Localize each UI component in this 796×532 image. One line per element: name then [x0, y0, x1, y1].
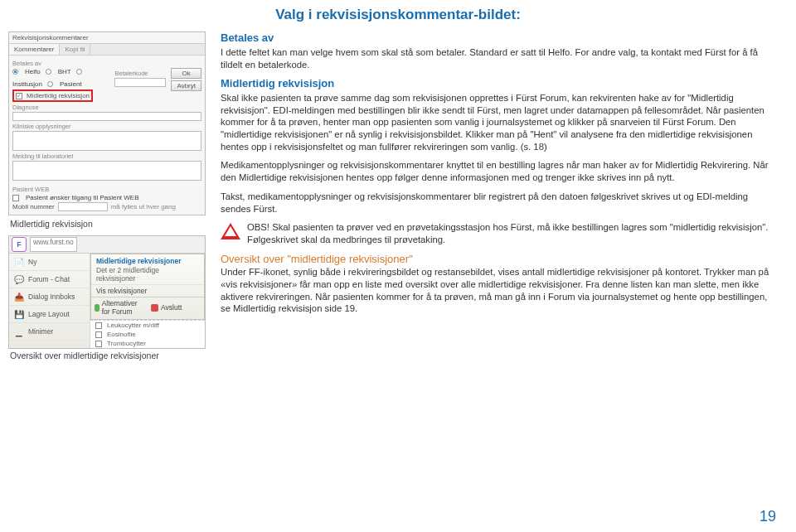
heading-betales-av: Betales av [221, 31, 771, 46]
page-title: Valg i rekvisisjonskommentar-bildet: [0, 0, 796, 23]
screenshot-rekvisisjonskommentar: Rekvisisjonskommentarer Kommentarer Kopi… [8, 31, 206, 215]
menu-item-label: Dialog Innboks [28, 293, 75, 301]
ok-button[interactable]: Ok [171, 68, 201, 79]
chat-icon: 💬 [13, 273, 25, 285]
list-item[interactable]: Eosinofile [90, 330, 205, 339]
submenu-alternativer[interactable]: Alternativer for Forum [91, 297, 148, 317]
para-medikament: Medikamentopplysninger og rekvisisjonsko… [221, 159, 771, 183]
submenu-vis-rekvisisjoner[interactable]: Vis rekvisisjoner [91, 284, 204, 297]
para-takst: Takst, medikamentopplysninger og rekvisi… [221, 191, 771, 215]
menu-item-dialog-innboks[interactable]: 📥Dialog Innboks [9, 288, 90, 306]
kliniske-input[interactable] [12, 131, 201, 151]
midlertidig-highlight: Midlertidig rekvisisjon [12, 89, 93, 102]
submenu-midlertidige: Midlertidige rekvisisjoner Det er 2 midl… [90, 254, 205, 320]
radio-institusjon[interactable] [76, 69, 82, 75]
left-column: Rekvisisjonskommentarer Kommentarer Kopi… [8, 31, 206, 367]
radio-bht[interactable] [46, 69, 51, 75]
right-column: Betales av I dette feltet kan man velge … [221, 31, 771, 367]
heading-oversikt: Oversikt over "midlertidige rekvisisjone… [221, 253, 771, 267]
list-item-label: Leukocytter m/diff [107, 322, 159, 329]
warning-icon [221, 223, 240, 239]
tab-kopi-til[interactable]: Kopi til [60, 44, 90, 55]
screenshot-menu: F www.furst.no 📄Ny 💬Forum - Chat 📥Dialog… [8, 235, 206, 349]
radio-pasient-label: Pasient [60, 80, 82, 88]
list-item[interactable]: Leukocytter m/diff [90, 320, 205, 330]
diagnose-label: Diagnose [12, 104, 201, 111]
checkbox-icon[interactable] [95, 331, 102, 338]
radio-institusjon-label: Institusjon [12, 80, 42, 88]
ff-logo-icon: F [12, 237, 27, 252]
pasient-web-label: Pasient WEB [12, 186, 201, 193]
page-number: 19 [760, 508, 776, 525]
menu-item-ny[interactable]: 📄Ny [9, 254, 90, 271]
list-item-label: Eosinofile [107, 331, 136, 338]
submenu-avslutt[interactable]: Avslutt [148, 297, 204, 317]
radio-helfo[interactable] [12, 69, 18, 75]
para-obs: OBS! Skal pasienten ta prøver ved en prø… [247, 221, 771, 245]
heading-midlertidig: Midlertidig rekvisisjon [221, 77, 771, 91]
para-betales: I dette feltet kan man velge hvem som sk… [221, 46, 771, 70]
checkbox-pasient-web[interactable] [12, 195, 19, 201]
para-midlertidig: Skal ikke pasienten ta prøve samme dag s… [221, 92, 771, 152]
betales-av-label: Betales av [12, 60, 201, 67]
save-icon: 💾 [13, 308, 25, 320]
para-oversikt: Under FF-ikonet, synlig både i rekvireri… [221, 266, 771, 315]
kliniske-label: Kliniske opplysninger [12, 123, 201, 130]
menu-item-label: Ny [28, 258, 36, 266]
menu-item-forum-chat[interactable]: 💬Forum - Chat [9, 271, 90, 288]
submenu-foot-label: Alternativer for Forum [102, 299, 144, 316]
new-icon: 📄 [13, 256, 25, 268]
menu-item-label: Minimer [28, 327, 53, 336]
inbox-icon: 📥 [13, 291, 25, 302]
list-item-label: Trombocytter [107, 340, 146, 347]
mobil-input[interactable] [58, 202, 108, 211]
checkbox-midlertidig[interactable] [16, 93, 22, 99]
address-bar[interactable]: www.furst.no [30, 237, 77, 252]
checkbox-icon[interactable] [95, 322, 102, 329]
caption-oversikt: Oversikt over midlertidige rekvisisjoner [10, 351, 206, 360]
panel-title: Rekvisisjonskommentarer [9, 32, 205, 44]
melding-label: Melding til laboratoriet [12, 152, 201, 160]
betalerkode-input[interactable] [114, 78, 166, 87]
tab-kommentarer[interactable]: Kommentarer [9, 44, 60, 55]
melding-input[interactable] [12, 161, 201, 181]
menu-item-label: Lagre Layout [28, 310, 70, 318]
submenu-foot-label: Avslutt [161, 303, 182, 312]
pasient-web-check-label: Pasient ønsker tilgang til Pasient WEB [26, 194, 139, 201]
avbryt-button[interactable]: Avbryt [171, 80, 201, 91]
mobil-label: Mobil nummer [12, 203, 55, 210]
menu-item-label: Forum - Chat [28, 275, 70, 283]
betalerkode-label: Betalerkode [114, 70, 166, 77]
options-icon [95, 304, 100, 312]
list-item[interactable]: Trombocytter [90, 339, 205, 348]
diagnose-input[interactable] [12, 112, 201, 121]
menu-item-minimer[interactable]: ▁Minimer [9, 323, 90, 341]
minimize-icon: ▁ [13, 326, 25, 337]
submenu-count: Det er 2 midlertidige rekvisisjoner [91, 266, 204, 284]
midlertidig-label: Midlertidig rekvisisjon [27, 92, 90, 99]
exit-icon [151, 304, 158, 312]
menu-item-lagre-layout[interactable]: 💾Lagre Layout [9, 306, 90, 323]
radio-helfo-label: Helfo [25, 68, 41, 75]
radio-pasient[interactable] [47, 81, 53, 87]
radio-bht-label: BHT [58, 68, 71, 75]
checkbox-icon[interactable] [95, 341, 102, 347]
caption-midlertidig: Midlertidig rekvisisjon [10, 219, 206, 229]
mobil-note: må fylles ut hver gang [111, 203, 176, 210]
submenu-title: Midlertidige rekvisisjoner [91, 256, 204, 266]
